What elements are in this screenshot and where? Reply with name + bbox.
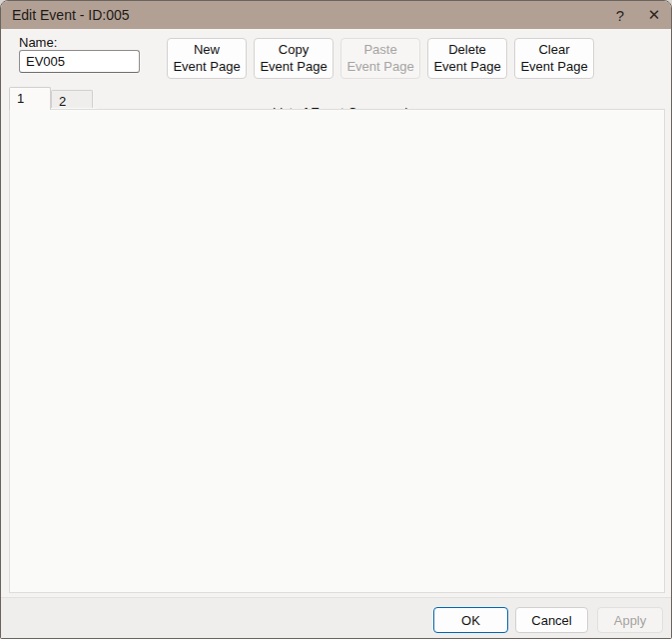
edit-event-dialog: Edit Event - ID:005 ? ✕ Name: New Event … bbox=[0, 0, 672, 639]
window-title: Edit Event - ID:005 bbox=[1, 7, 603, 23]
close-button[interactable]: ✕ bbox=[637, 1, 671, 29]
copy-event-page-button[interactable]: Copy Event Page bbox=[254, 38, 334, 79]
new-event-page-button[interactable]: New Event Page bbox=[167, 38, 247, 79]
event-name-input[interactable] bbox=[19, 50, 140, 73]
paste-event-page-button[interactable]: Paste Event Page bbox=[340, 38, 420, 79]
dialog-body: Name: New Event Page Copy Event Page Pas… bbox=[1, 29, 671, 638]
clear-event-page-button[interactable]: Clear Event Page bbox=[514, 38, 594, 79]
tab-page-content bbox=[9, 109, 665, 593]
apply-button[interactable]: Apply bbox=[597, 607, 663, 633]
cancel-button[interactable]: Cancel bbox=[515, 607, 588, 633]
tab-page-2[interactable]: 2 bbox=[51, 90, 93, 110]
tab-page-1[interactable]: 1 bbox=[9, 87, 51, 110]
footer-divider bbox=[1, 597, 671, 598]
help-button[interactable]: ? bbox=[603, 1, 637, 29]
titlebar: Edit Event - ID:005 ? ✕ bbox=[1, 1, 671, 29]
delete-event-page-button[interactable]: Delete Event Page bbox=[427, 38, 507, 79]
name-label: Name: bbox=[19, 35, 57, 50]
ok-button[interactable]: OK bbox=[433, 607, 508, 633]
